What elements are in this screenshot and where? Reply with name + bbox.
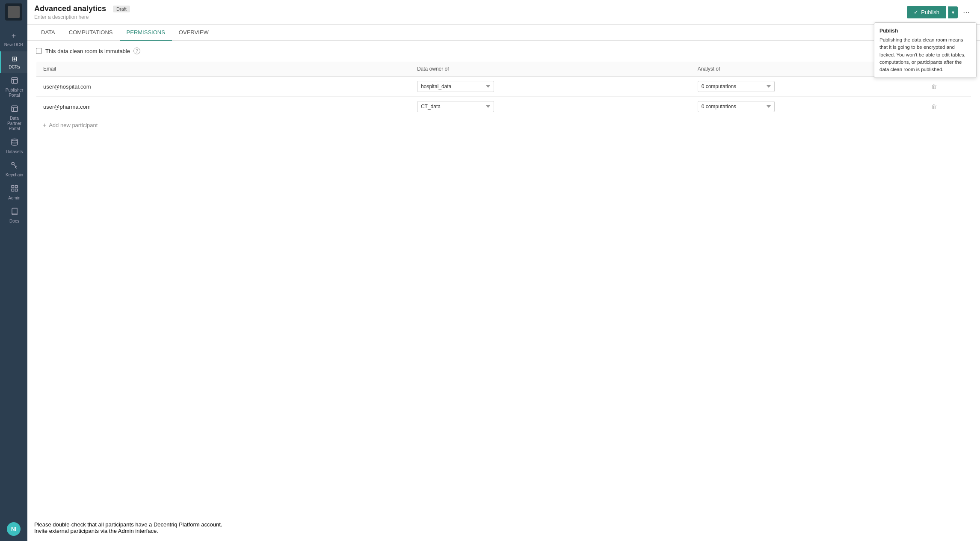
publisher-portal-icon — [11, 77, 18, 86]
publish-button-label: Publish — [921, 9, 939, 15]
data-owner-select[interactable]: CT_data hospital_data — [417, 101, 494, 112]
delete-icon[interactable]: 🗑 — [931, 103, 937, 110]
sidebar-item-datasets[interactable]: Datasets — [0, 135, 27, 158]
publish-dropdown-button[interactable]: ▾ — [948, 6, 958, 18]
svg-point-6 — [12, 139, 18, 141]
svg-rect-3 — [12, 106, 18, 112]
add-plus-icon: + — [43, 122, 46, 128]
participant-analyst[interactable]: 0 computations — [691, 97, 925, 117]
sidebar-item-dcrs[interactable]: ⊞ DCRs — [0, 51, 27, 73]
dcrs-icon: ⊞ — [12, 55, 17, 63]
svg-point-7 — [12, 162, 14, 165]
data-owner-select[interactable]: hospital_data CT_data — [417, 81, 494, 92]
sidebar-item-label: Admin — [8, 196, 20, 201]
datasets-icon — [11, 138, 18, 148]
sidebar-item-label: DCRs — [9, 65, 20, 70]
keychain-icon — [11, 161, 18, 171]
tab-data[interactable]: DATA — [34, 25, 62, 41]
tab-bar: DATA COMPUTATIONS PERMISSIONS OVERVIEW — [27, 25, 980, 41]
participant-delete[interactable]: 🗑 — [924, 97, 971, 117]
footer-line2: Invite external participants via the Adm… — [34, 528, 222, 534]
table-row: user@pharma.com CT_data hospital_data 0 … — [36, 97, 971, 117]
footer-line1: Please double-check that all participant… — [34, 521, 222, 528]
table-row: user@hospital.com hospital_data CT_data … — [36, 77, 971, 97]
svg-rect-10 — [12, 189, 14, 191]
topbar-actions: ✓ Publish ▾ ⋯ — [907, 6, 973, 19]
sidebar-item-label: Publisher Portal — [3, 88, 26, 98]
table-header-row: Email Data owner of Analyst of — [36, 62, 971, 77]
immutable-label[interactable]: This data clean room is immutable — [45, 48, 130, 54]
tooltip-body: Publishing the data clean room means tha… — [879, 36, 971, 73]
col-header-email: Email — [36, 62, 410, 77]
sidebar-item-admin[interactable]: Admin — [0, 181, 27, 204]
svg-rect-11 — [15, 189, 17, 191]
publish-button[interactable]: ✓ Publish — [907, 6, 946, 18]
sidebar-item-new-dcr[interactable]: + New DCR — [3, 27, 25, 51]
participant-data-owner[interactable]: hospital_data CT_data — [410, 77, 691, 97]
participant-email: user@hospital.com — [36, 77, 410, 97]
participant-analyst[interactable]: 0 computations — [691, 77, 925, 97]
col-header-data-owner: Data owner of — [410, 62, 691, 77]
docs-icon — [11, 208, 18, 217]
immutable-help-icon[interactable]: ? — [133, 48, 140, 54]
participants-table: Email Data owner of Analyst of user@hosp… — [36, 61, 971, 117]
sidebar-item-label: Docs — [9, 219, 19, 224]
analyst-select[interactable]: 0 computations — [698, 101, 775, 112]
sidebar-item-label: New DCR — [4, 42, 23, 47]
svg-rect-0 — [12, 77, 18, 83]
immutable-checkbox[interactable] — [36, 48, 42, 54]
svg-rect-9 — [15, 185, 17, 187]
participant-data-owner[interactable]: CT_data hospital_data — [410, 97, 691, 117]
sidebar: + New DCR ⊞ DCRs Publisher Portal Data P… — [0, 0, 27, 541]
analyst-select[interactable]: 0 computations — [698, 81, 775, 92]
sidebar-item-label: Keychain — [6, 172, 23, 178]
publish-check-icon: ✓ — [914, 9, 918, 15]
delete-icon[interactable]: 🗑 — [931, 83, 937, 90]
plus-icon: + — [12, 32, 16, 41]
draft-badge: Draft — [113, 6, 130, 12]
tab-computations[interactable]: COMPUTATIONS — [62, 25, 120, 41]
sidebar-item-publisher-portal[interactable]: Publisher Portal — [0, 73, 27, 101]
immutable-row: This data clean room is immutable ? — [36, 48, 971, 54]
permissions-content: This data clean room is immutable ? Emai… — [27, 41, 980, 541]
page-description[interactable]: Enter a description here — [34, 14, 130, 20]
svg-rect-8 — [12, 185, 14, 187]
tooltip-title: Publish — [879, 27, 971, 35]
sidebar-item-label: Data Partner Portal — [3, 116, 26, 131]
footer-note: Please double-check that all participant… — [34, 521, 222, 534]
topbar-title-area: Advanced analytics Draft Enter a descrip… — [34, 4, 130, 20]
sidebar-item-keychain[interactable]: Keychain — [0, 158, 27, 181]
add-participant-label: Add new participant — [49, 122, 98, 128]
page-title: Advanced analytics — [34, 4, 106, 13]
data-partner-portal-icon — [11, 105, 18, 114]
tab-permissions[interactable]: PERMISSIONS — [120, 25, 172, 41]
topbar: Advanced analytics Draft Enter a descrip… — [27, 0, 980, 25]
sidebar-item-data-partner-portal[interactable]: Data Partner Portal — [0, 101, 27, 135]
tab-overview[interactable]: OVERVIEW — [172, 25, 216, 41]
sidebar-item-label: Datasets — [6, 149, 23, 155]
more-options-button[interactable]: ⋯ — [959, 6, 973, 19]
app-logo[interactable] — [5, 3, 22, 21]
participant-delete[interactable]: 🗑 — [924, 77, 971, 97]
add-participant-row[interactable]: + Add new participant — [36, 117, 971, 133]
main-content: Advanced analytics Draft Enter a descrip… — [27, 0, 980, 541]
publish-tooltip: Publish Publishing the data clean room m… — [874, 22, 977, 78]
user-avatar[interactable]: NI — [7, 522, 21, 536]
sidebar-item-docs[interactable]: Docs — [0, 204, 27, 227]
participant-email: user@pharma.com — [36, 97, 410, 117]
admin-icon — [11, 184, 18, 194]
